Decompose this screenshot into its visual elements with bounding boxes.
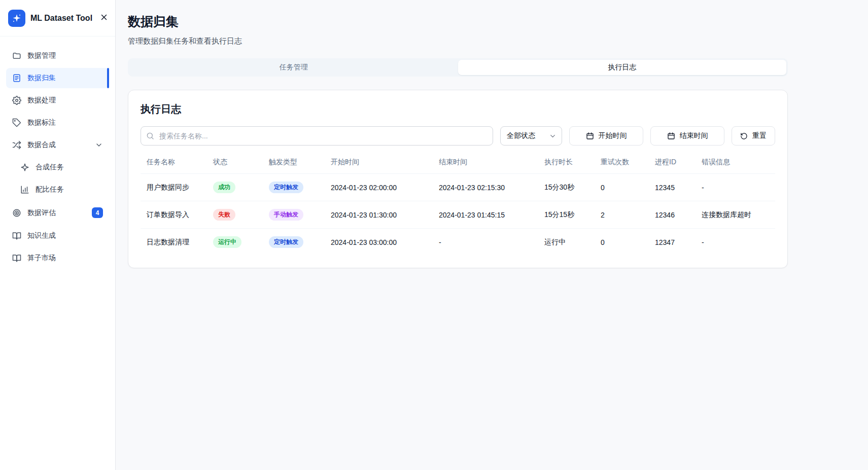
log-table-row: 订单数据导入失败手动触发2024-01-23 01:30:002024-01-2… xyxy=(141,201,775,229)
sidebar-item-data-labeling[interactable]: 数据标注 xyxy=(6,113,109,133)
log-table-row: 日志数据清理运行中定时触发2024-01-23 03:00:00-运行中0123… xyxy=(141,229,775,256)
shuffle-icon xyxy=(12,140,21,150)
retry-count-cell: 2 xyxy=(601,201,655,229)
sidebar-item-label: 数据标注 xyxy=(27,118,56,127)
folder-icon xyxy=(12,51,21,60)
list-icon xyxy=(12,74,21,83)
execution-logs-card: 执行日志 全部状态 开始时间 xyxy=(128,90,788,268)
process-id-cell: 12347 xyxy=(655,229,702,256)
reset-label: 重置 xyxy=(752,131,767,140)
sidebar-item-label: 数据合成 xyxy=(27,140,56,150)
end-time-button[interactable]: 结束时间 xyxy=(650,126,724,146)
badge-cell: 运行中 xyxy=(213,229,269,256)
page-subtitle: 管理数据归集任务和查看执行日志 xyxy=(128,37,788,46)
sidebar-item-label: 合成任务 xyxy=(36,163,64,172)
start-time-button[interactable]: 开始时间 xyxy=(569,126,643,146)
column-header: 重试次数 xyxy=(601,151,655,174)
status-badge: 成功 xyxy=(213,182,235,193)
tag-icon xyxy=(12,118,21,127)
column-header: 状态 xyxy=(213,151,269,174)
calendar-icon xyxy=(667,132,675,140)
sidebar-item-label: 数据处理 xyxy=(27,96,56,105)
sidebar-item-data-collection[interactable]: 数据归集 xyxy=(6,68,109,88)
sidebar-header: ML Dataset Tool xyxy=(0,0,115,37)
duration-cell: 运行中 xyxy=(544,229,601,256)
error-message-cell: 连接数据库超时 xyxy=(702,201,775,229)
end-time-cell: - xyxy=(439,229,544,256)
column-header: 错误信息 xyxy=(702,151,775,174)
sidebar-item-data-synthesis[interactable]: 数据合成 xyxy=(6,135,109,155)
close-sidebar-button[interactable] xyxy=(97,11,111,26)
badge-cell: 定时触发 xyxy=(269,174,331,201)
task-name-cell: 订单数据导入 xyxy=(141,201,213,229)
sidebar-item-data-evaluation[interactable]: 数据评估4 xyxy=(6,202,109,224)
bar-chart-icon xyxy=(20,185,29,194)
status-filter-value: 全部状态 xyxy=(507,131,535,140)
column-header: 开始时间 xyxy=(331,151,439,174)
sidebar-item-data-processing[interactable]: 数据处理 xyxy=(6,90,109,111)
status-badge: 运行中 xyxy=(213,236,241,248)
process-id-cell: 12345 xyxy=(655,174,702,201)
app-title: ML Dataset Tool xyxy=(30,14,92,23)
sidebar-item-ratio-task[interactable]: 配比任务 xyxy=(6,179,109,200)
start-time-cell: 2024-01-23 01:30:00 xyxy=(331,201,439,229)
search-input[interactable] xyxy=(141,126,493,146)
logs-card-title: 执行日志 xyxy=(141,102,775,116)
end-time-cell: 2024-01-23 02:15:30 xyxy=(439,174,544,201)
column-header: 任务名称 xyxy=(141,151,213,174)
tab-bar: 任务管理 执行日志 xyxy=(128,58,788,77)
retry-count-cell: 0 xyxy=(601,174,655,201)
log-table-body: 用户数据同步成功定时触发2024-01-23 02:00:002024-01-2… xyxy=(141,174,775,256)
tab-execution-logs[interactable]: 执行日志 xyxy=(458,60,787,75)
search-box xyxy=(141,126,493,146)
sidebar-item-label: 数据归集 xyxy=(27,74,56,83)
chevron-down-icon xyxy=(549,132,557,140)
error-message-cell: - xyxy=(702,229,775,256)
log-table-row: 用户数据同步成功定时触发2024-01-23 02:00:002024-01-2… xyxy=(141,174,775,201)
badge-cell: 手动触发 xyxy=(269,201,331,229)
reset-icon xyxy=(740,132,748,140)
start-time-cell: 2024-01-23 03:00:00 xyxy=(331,229,439,256)
log-table-header-row: 任务名称状态触发类型开始时间结束时间执行时长重试次数进程ID错误信息 xyxy=(141,151,775,174)
sidebar-item-label: 数据管理 xyxy=(27,51,56,60)
reset-button[interactable]: 重置 xyxy=(732,126,775,146)
process-id-cell: 12346 xyxy=(655,201,702,229)
task-name-cell: 日志数据清理 xyxy=(141,229,213,256)
calendar-icon xyxy=(586,132,594,140)
sidebar-nav: 数据管理数据归集数据处理数据标注数据合成合成任务配比任务数据评估4知识生成算子市… xyxy=(0,37,115,277)
sidebar-item-label: 配比任务 xyxy=(36,185,64,194)
badge-cell: 成功 xyxy=(213,174,269,201)
retry-count-cell: 0 xyxy=(601,229,655,256)
sidebar-item-label: 数据评估 xyxy=(27,208,56,218)
sidebar: ML Dataset Tool 数据管理数据归集数据处理数据标注数据合成合成任务… xyxy=(0,0,116,470)
trigger-badge: 手动触发 xyxy=(269,209,303,221)
status-filter-select[interactable]: 全部状态 xyxy=(500,126,562,146)
filters-row: 全部状态 开始时间 结束时间 xyxy=(141,126,775,146)
end-time-cell: 2024-01-23 01:45:15 xyxy=(439,201,544,229)
badge-cell: 定时触发 xyxy=(269,229,331,256)
sidebar-item-operator-market[interactable]: 算子市场 xyxy=(6,248,109,268)
duration-cell: 15分15秒 xyxy=(544,201,601,229)
status-badge: 失败 xyxy=(213,209,235,221)
sidebar-item-data-management[interactable]: 数据管理 xyxy=(6,46,109,66)
end-time-label: 结束时间 xyxy=(680,131,708,140)
gear-icon xyxy=(12,96,21,105)
sidebar-item-synthesis-task[interactable]: 合成任务 xyxy=(6,157,109,177)
tab-task-management[interactable]: 任务管理 xyxy=(129,60,458,75)
notification-badge: 4 xyxy=(92,207,103,218)
book-icon xyxy=(12,231,21,240)
page-title: 数据归集 xyxy=(128,13,788,30)
column-header: 触发类型 xyxy=(269,151,331,174)
target-icon xyxy=(12,208,21,218)
close-icon xyxy=(99,13,109,22)
book-icon xyxy=(12,254,21,263)
log-table: 任务名称状态触发类型开始时间结束时间执行时长重试次数进程ID错误信息 用户数据同… xyxy=(141,151,775,256)
start-time-label: 开始时间 xyxy=(599,131,627,140)
sidebar-item-knowledge-generation[interactable]: 知识生成 xyxy=(6,226,109,246)
trigger-badge: 定时触发 xyxy=(269,236,303,248)
sidebar-item-label: 算子市场 xyxy=(27,254,56,263)
search-icon xyxy=(146,132,154,140)
sparkles-icon xyxy=(20,163,29,172)
badge-cell: 失败 xyxy=(213,201,269,229)
trigger-badge: 定时触发 xyxy=(269,182,303,193)
